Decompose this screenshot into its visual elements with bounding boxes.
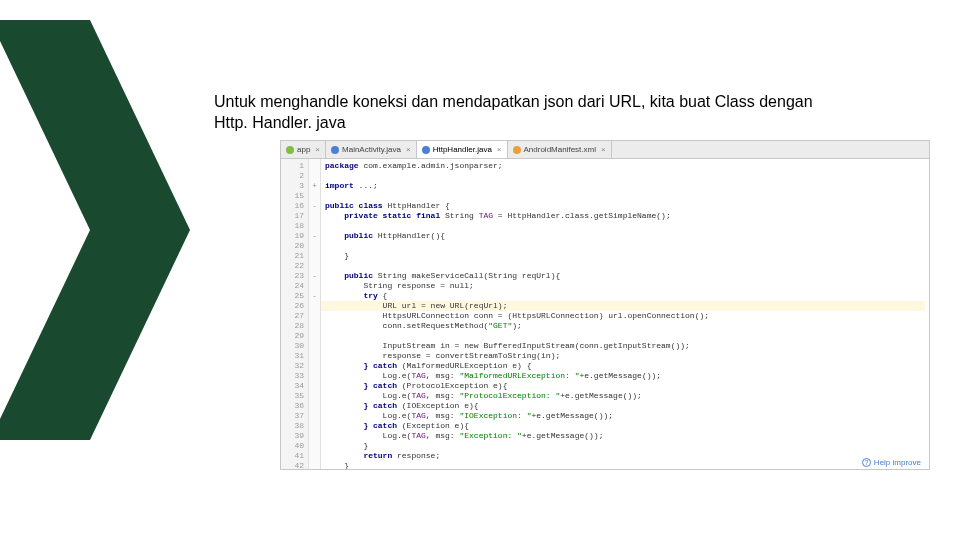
code-line: } — [325, 461, 925, 469]
code-line — [325, 261, 925, 271]
code-line: Log.e(TAG, msg: "IOException: "+e.getMes… — [325, 411, 925, 421]
help-improve-link[interactable]: ? Help improve — [862, 458, 921, 467]
close-icon[interactable]: × — [601, 145, 606, 154]
file-icon — [286, 146, 294, 154]
code-line: conn.setRequestMethod("GET"); — [325, 321, 925, 331]
fold-marker — [309, 221, 320, 231]
line-number: 20 — [281, 241, 304, 251]
tab-label: AndroidManifest.xml — [524, 145, 596, 154]
code-line: } catch (ProtocolException e){ — [325, 381, 925, 391]
line-number: 30 — [281, 341, 304, 351]
fold-marker — [309, 331, 320, 341]
slide-chevron — [0, 20, 190, 440]
fold-marker — [309, 311, 320, 321]
file-icon — [422, 146, 430, 154]
code-line: } catch (Exception e){ — [325, 421, 925, 431]
line-number: 29 — [281, 331, 304, 341]
fold-marker — [309, 241, 320, 251]
tab-mainactivity-java[interactable]: MainActivity.java× — [326, 141, 417, 158]
fold-marker — [309, 251, 320, 261]
tab-label: HttpHandler.java — [433, 145, 492, 154]
line-number: 35 — [281, 391, 304, 401]
line-number: 32 — [281, 361, 304, 371]
fold-marker — [309, 261, 320, 271]
code-line: } — [325, 441, 925, 451]
fold-marker[interactable]: - — [309, 231, 320, 241]
code-line: package com.example.admin.jsonparser; — [325, 161, 925, 171]
code-line: Log.e(TAG, msg: "Exception: "+e.getMessa… — [325, 431, 925, 441]
tab-androidmanifest-xml[interactable]: AndroidManifest.xml× — [508, 141, 612, 158]
fold-marker — [309, 431, 320, 441]
editor-pane: 1231516171819202122232425262728293031323… — [281, 159, 929, 469]
line-number: 24 — [281, 281, 304, 291]
line-number: 18 — [281, 221, 304, 231]
close-icon[interactable]: × — [315, 145, 320, 154]
line-gutter: 1231516171819202122232425262728293031323… — [281, 159, 309, 469]
close-icon[interactable]: × — [406, 145, 411, 154]
line-number: 36 — [281, 401, 304, 411]
line-number: 1 — [281, 161, 304, 171]
line-number: 17 — [281, 211, 304, 221]
fold-marker[interactable]: - — [309, 291, 320, 301]
line-number: 28 — [281, 321, 304, 331]
line-number: 34 — [281, 381, 304, 391]
code-line: public HttpHandler(){ — [325, 231, 925, 241]
line-number: 2 — [281, 171, 304, 181]
code-line: import ...; — [325, 181, 925, 191]
fold-marker — [309, 371, 320, 381]
fold-marker[interactable]: - — [309, 271, 320, 281]
code-line — [325, 241, 925, 251]
fold-marker — [309, 341, 320, 351]
code-line: } catch (MalformedURLException e) { — [325, 361, 925, 371]
code-line: try { — [325, 291, 925, 301]
line-number: 37 — [281, 411, 304, 421]
tab-app[interactable]: app× — [281, 141, 326, 158]
code-line: HttpsURLConnection conn = (HttpsURLConne… — [325, 311, 925, 321]
fold-marker — [309, 451, 320, 461]
line-number: 15 — [281, 191, 304, 201]
line-number: 21 — [281, 251, 304, 261]
code-line: InputStream in = new BufferedInputStream… — [325, 341, 925, 351]
line-number: 41 — [281, 451, 304, 461]
slide-heading: Untuk menghandle koneksi dan mendapatkan… — [214, 92, 934, 134]
tab-label: app — [297, 145, 310, 154]
code-line: public class HttpHandler { — [325, 201, 925, 211]
code-area[interactable]: package com.example.admin.jsonparser;imp… — [321, 159, 929, 469]
fold-marker — [309, 161, 320, 171]
fold-marker — [309, 321, 320, 331]
code-line — [325, 171, 925, 181]
tab-label: MainActivity.java — [342, 145, 401, 154]
tab-httphandler-java[interactable]: HttpHandler.java× — [417, 141, 508, 158]
fold-marker — [309, 211, 320, 221]
code-line — [325, 331, 925, 341]
fold-marker — [309, 401, 320, 411]
line-number: 27 — [281, 311, 304, 321]
heading-line1: Untuk menghandle koneksi dan mendapatkan… — [214, 93, 813, 110]
code-line: } — [325, 251, 925, 261]
file-icon — [331, 146, 339, 154]
fold-marker — [309, 301, 320, 311]
line-number: 25 — [281, 291, 304, 301]
code-line: public String makeServiceCall(String req… — [325, 271, 925, 281]
fold-marker[interactable]: + — [309, 181, 320, 191]
fold-marker — [309, 191, 320, 201]
line-number: 38 — [281, 421, 304, 431]
code-line — [325, 221, 925, 231]
fold-marker — [309, 171, 320, 181]
code-line — [325, 191, 925, 201]
line-number: 19 — [281, 231, 304, 241]
code-line: response = convertStreamToString(in); — [325, 351, 925, 361]
close-icon[interactable]: × — [497, 145, 502, 154]
line-number: 31 — [281, 351, 304, 361]
code-line: URL url = new URL(reqUrl); — [321, 301, 925, 311]
fold-marker[interactable]: - — [309, 201, 320, 211]
code-line: } catch (IOException e){ — [325, 401, 925, 411]
code-line: private static final String TAG = HttpHa… — [325, 211, 925, 221]
fold-marker — [309, 411, 320, 421]
fold-marker — [309, 421, 320, 431]
code-line: String response = null; — [325, 281, 925, 291]
heading-line2: Http. Handler. java — [214, 114, 346, 131]
tab-bar: app×MainActivity.java×HttpHandler.java×A… — [281, 141, 929, 159]
fold-gutter: +---- — [309, 159, 321, 469]
fold-marker — [309, 441, 320, 451]
